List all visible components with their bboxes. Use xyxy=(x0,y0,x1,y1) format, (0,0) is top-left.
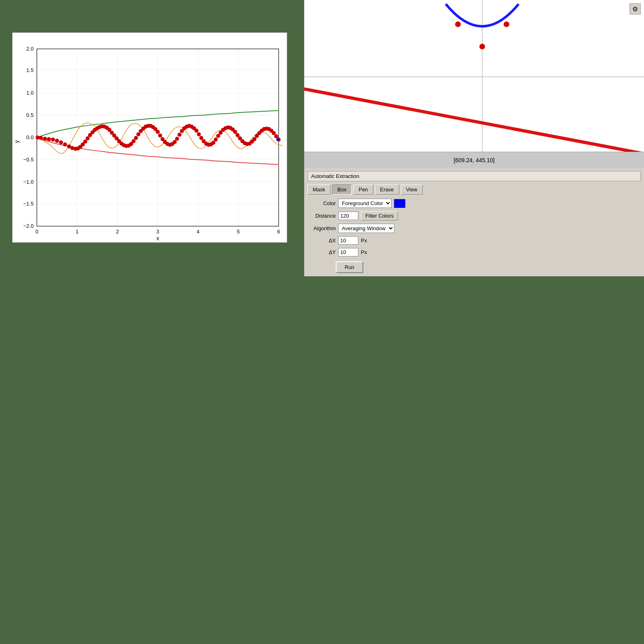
svg-point-135 xyxy=(455,21,461,27)
svg-point-131 xyxy=(276,138,280,141)
box-button[interactable]: Box xyxy=(332,184,352,195)
svg-point-72 xyxy=(136,132,140,136)
svg-point-40 xyxy=(51,138,55,142)
main-chart[interactable]: 2.0 1.5 1.0 0.5 0.0 −0.5 −1.0 −1.5 −2.0 … xyxy=(13,33,287,242)
svg-point-103 xyxy=(211,141,215,145)
svg-point-71 xyxy=(134,136,138,140)
section-header: Automatic Extraction xyxy=(307,171,641,181)
preview-panel: ⚙ xyxy=(304,0,644,154)
delta-x-input[interactable] xyxy=(338,236,358,245)
delta-y-px-label: Px xyxy=(361,249,367,255)
color-row: Color Foreground Color xyxy=(307,199,641,208)
svg-point-38 xyxy=(43,137,47,141)
svg-text:y: y xyxy=(13,140,20,143)
svg-text:5: 5 xyxy=(237,229,240,235)
svg-point-112 xyxy=(233,130,237,134)
svg-text:2.0: 2.0 xyxy=(26,46,34,52)
delta-y-label: ΔY xyxy=(307,249,336,255)
color-swatch[interactable] xyxy=(394,199,405,208)
toolbar-row: Mask Box Pen Erase View xyxy=(307,184,641,195)
svg-point-137 xyxy=(504,21,509,27)
filter-colors-button[interactable]: Filter Colors xyxy=(361,211,398,220)
svg-text:0.5: 0.5 xyxy=(26,112,34,118)
svg-point-120 xyxy=(252,137,256,141)
svg-text:0: 0 xyxy=(35,229,38,235)
svg-point-104 xyxy=(214,138,218,142)
pen-button[interactable]: Pen xyxy=(353,184,373,195)
svg-point-81 xyxy=(158,133,162,138)
color-select[interactable]: Foreground Color xyxy=(338,199,392,208)
preview-svg[interactable] xyxy=(304,0,644,154)
algorithm-label: Algorithm xyxy=(307,225,336,231)
svg-text:1: 1 xyxy=(76,229,78,235)
run-button[interactable]: Run xyxy=(336,261,363,273)
svg-text:2: 2 xyxy=(116,229,119,235)
svg-text:x: x xyxy=(156,235,159,241)
delta-x-px-label: Px xyxy=(361,237,367,244)
svg-point-97 xyxy=(197,132,201,136)
svg-text:−1.5: −1.5 xyxy=(23,201,34,207)
svg-point-43 xyxy=(63,142,67,146)
view-button[interactable]: View xyxy=(401,184,423,195)
delta-x-label: ΔX xyxy=(307,237,336,244)
distance-input[interactable] xyxy=(338,212,358,220)
svg-text:1.5: 1.5 xyxy=(26,67,34,73)
svg-point-39 xyxy=(47,137,51,141)
color-label: Color xyxy=(307,200,336,206)
svg-text:0.0: 0.0 xyxy=(26,134,34,140)
svg-point-136 xyxy=(479,44,485,49)
chart-container: 2.0 1.5 1.0 0.5 0.0 −0.5 −1.0 −1.5 −2.0 … xyxy=(12,32,287,243)
erase-button[interactable]: Erase xyxy=(375,184,399,195)
svg-point-113 xyxy=(235,133,239,137)
distance-row: Distance Filter Colors xyxy=(307,211,641,220)
svg-point-96 xyxy=(195,129,199,133)
svg-text:−2.0: −2.0 xyxy=(23,223,34,229)
delta-x-row: ΔX Px xyxy=(307,236,641,245)
section-title: Automatic Extraction xyxy=(311,173,359,179)
svg-point-105 xyxy=(216,134,220,138)
svg-point-128 xyxy=(272,131,276,135)
distance-label: Distance xyxy=(307,213,336,219)
svg-point-88 xyxy=(175,137,179,141)
svg-text:−0.5: −0.5 xyxy=(23,157,34,163)
algorithm-row: Algorithm Averaging Window xyxy=(307,224,641,233)
svg-text:4: 4 xyxy=(197,229,199,235)
svg-point-70 xyxy=(131,139,136,143)
run-row: Run xyxy=(307,260,641,273)
svg-point-41 xyxy=(55,139,59,143)
svg-point-80 xyxy=(156,130,160,134)
svg-point-50 xyxy=(83,140,87,144)
svg-point-129 xyxy=(274,134,278,138)
svg-text:−1.0: −1.0 xyxy=(23,179,34,185)
mask-button[interactable]: Mask xyxy=(307,184,330,195)
delta-y-input[interactable] xyxy=(338,248,358,256)
coordinates-text: [609.24, 445.10] xyxy=(453,157,494,163)
algorithm-select[interactable]: Averaging Window xyxy=(338,224,394,233)
svg-point-89 xyxy=(178,133,182,137)
coordinates-display: [609.24, 445.10] xyxy=(304,152,644,168)
svg-point-42 xyxy=(59,140,63,144)
svg-text:3: 3 xyxy=(156,229,159,235)
svg-point-87 xyxy=(173,140,177,144)
svg-point-98 xyxy=(199,136,203,140)
svg-text:1.0: 1.0 xyxy=(26,90,34,96)
svg-point-37 xyxy=(39,136,43,140)
delta-y-row: ΔY Px xyxy=(307,248,641,256)
svg-point-51 xyxy=(86,136,90,140)
gear-button[interactable]: ⚙ xyxy=(629,3,641,15)
controls-panel: Automatic Extraction Mask Box Pen Erase … xyxy=(304,168,644,276)
svg-text:6: 6 xyxy=(277,229,280,235)
